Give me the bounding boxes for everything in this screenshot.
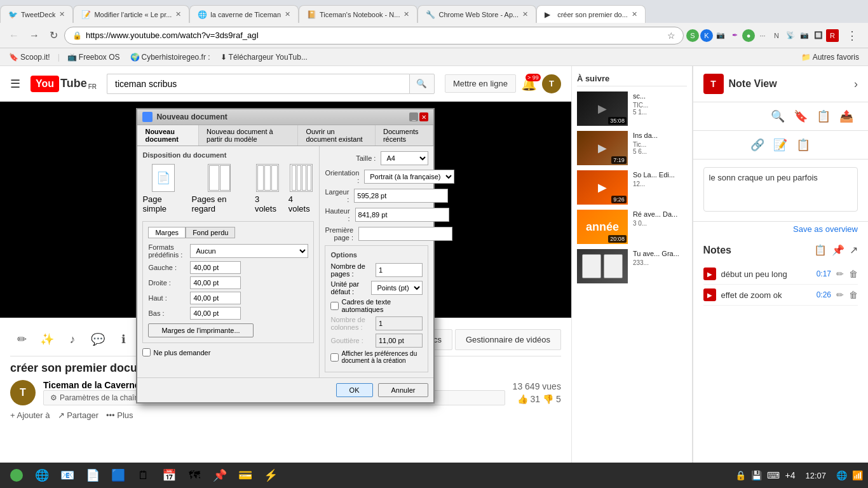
- partager-button[interactable]: ↗ Partager: [58, 410, 98, 420]
- page-type-4volets[interactable]: 4 volets: [288, 164, 315, 214]
- bookmark-autres[interactable]: 📁 Autres favoris: [797, 51, 863, 63]
- tab-close-tweetdeck[interactable]: ✕: [59, 10, 65, 18]
- dialog-tab-open[interactable]: Ouvrir un document existant: [298, 125, 376, 146]
- note-tool-3[interactable]: 📋: [792, 133, 815, 156]
- address-text[interactable]: https://www.youtube.com/watch?v=3ds9raf_…: [86, 30, 663, 40]
- note-item-time-0[interactable]: 0:17: [817, 269, 831, 278]
- ext-2[interactable]: K: [700, 29, 713, 42]
- gestionnaire-button[interactable]: Gestionnaire de vidéos: [455, 329, 561, 350]
- dialog-minimize-button[interactable]: _: [409, 112, 418, 121]
- taskbar-docs-button[interactable]: 📄: [81, 464, 104, 487]
- chrome-menu-button[interactable]: ⋮: [841, 26, 863, 45]
- taskbar-wallet-button[interactable]: 💳: [234, 464, 257, 487]
- largeur-input[interactable]: [354, 189, 448, 203]
- youtube-search-button[interactable]: 🔍: [409, 74, 435, 94]
- ext-4[interactable]: ✒: [728, 29, 741, 42]
- haut-input[interactable]: [190, 292, 241, 304]
- ne-plus-demander-checkbox[interactable]: [142, 348, 151, 356]
- dialog-tab-recent[interactable]: Documents récents: [376, 125, 434, 146]
- ext-3[interactable]: 📷: [714, 29, 727, 42]
- ext-5[interactable]: ●: [742, 29, 755, 42]
- tab-close-webstore[interactable]: ✕: [522, 10, 528, 18]
- ext-10[interactable]: 🔲: [812, 29, 825, 42]
- tab-close-creer[interactable]: ✕: [632, 10, 637, 18]
- music-icon[interactable]: ♪: [61, 328, 84, 351]
- suggested-item-1[interactable]: ▶ 7:19 Ins da... Tic... 5 6...: [577, 131, 687, 165]
- note-search-tool[interactable]: 🔍: [766, 105, 789, 128]
- taskbar-calendar-button[interactable]: 📅: [158, 464, 180, 487]
- margin-tab-fond[interactable]: Fond perdu: [186, 227, 235, 238]
- bas-input[interactable]: [190, 307, 241, 320]
- ext-7[interactable]: N: [770, 29, 783, 42]
- ext-1[interactable]: S: [686, 29, 699, 42]
- suggested-item-0[interactable]: ▶ 35:08 sc... TIC... 5 1...: [577, 92, 687, 126]
- note-bookmark-tool[interactable]: 🔖: [789, 105, 812, 128]
- thumbs-down-icon[interactable]: 👎: [543, 394, 553, 404]
- note-expand-button[interactable]: ›: [854, 78, 858, 91]
- tab-creer[interactable]: ▶ créer son premier do... ✕: [536, 5, 646, 23]
- note-tool-2[interactable]: 📝: [769, 133, 792, 156]
- dialog-tab-new[interactable]: Nouveau document: [137, 125, 199, 146]
- video-player[interactable]: Nouveau document _ ✕ Nouveau document No…: [0, 102, 571, 318]
- magic-icon[interactable]: ✨: [36, 328, 58, 351]
- taskbar-keep-button[interactable]: 📌: [208, 464, 231, 487]
- hauteur-input[interactable]: [355, 208, 449, 222]
- tab-close-modifier[interactable]: ✕: [175, 10, 181, 18]
- notes-pin-icon[interactable]: 📌: [832, 244, 844, 256]
- taskbar-onenote-button[interactable]: 🗒: [132, 464, 155, 487]
- save-as-overview-button[interactable]: Save as overview: [693, 222, 868, 236]
- forward-button[interactable]: →: [25, 27, 43, 44]
- notes-share-icon[interactable]: ↗: [850, 244, 858, 256]
- note-item-delete-0[interactable]: 🗑: [849, 269, 858, 279]
- ok-button[interactable]: OK: [336, 383, 373, 397]
- taskbar-maps-button[interactable]: 🗺: [183, 464, 206, 487]
- taskbar-drive-button[interactable]: 🟦: [107, 464, 130, 487]
- nb-pages-input[interactable]: [376, 263, 423, 277]
- suggested-item-3[interactable]: année 20:08 Ré ave... Da... 3 0...: [577, 210, 687, 244]
- notification-bell[interactable]: 🔔> 99: [521, 76, 537, 92]
- back-button[interactable]: ←: [5, 27, 23, 44]
- youtube-menu-icon[interactable]: ☰: [10, 77, 20, 91]
- dialog-tab-template[interactable]: Nouveau document à partir du modèle: [199, 125, 298, 146]
- ext-6[interactable]: ···: [756, 29, 769, 42]
- note-clipboard-tool[interactable]: 📋: [812, 105, 835, 128]
- suggested-item-4[interactable]: Tu ave... Gra... 233...: [577, 249, 687, 283]
- ext-9[interactable]: 📷: [798, 29, 811, 42]
- comment-icon[interactable]: 💬: [86, 328, 109, 351]
- taille-select[interactable]: A4: [381, 151, 428, 165]
- ext-8[interactable]: 📡: [784, 29, 797, 42]
- tab-caverne[interactable]: 🌐 la caverne de Ticeman ✕: [189, 5, 299, 23]
- taskbar-apps-button[interactable]: ⚡: [259, 464, 282, 487]
- note-textarea[interactable]: le sonn craque un peu parfois: [703, 167, 858, 212]
- cadres-auto-checkbox[interactable]: [330, 302, 339, 310]
- orientation-select[interactable]: Portrait (à la française): [364, 170, 454, 184]
- note-item-delete-1[interactable]: 🗑: [849, 290, 858, 300]
- note-item-edit-0[interactable]: ✏: [836, 269, 844, 279]
- ajouter-button[interactable]: + Ajouter à: [10, 410, 50, 420]
- afficher-prefs-checkbox[interactable]: [330, 353, 339, 362]
- unite-select[interactable]: Points (pt): [371, 281, 423, 295]
- youtube-search-input[interactable]: [107, 74, 409, 94]
- gouttiere-input[interactable]: [376, 334, 423, 348]
- note-item-time-1[interactable]: 0:26: [817, 290, 831, 299]
- marges-imprimante-button[interactable]: Marges de l'imprimante...: [148, 323, 253, 337]
- taskbar-start-button[interactable]: [5, 464, 28, 487]
- margin-tab-marges[interactable]: Marges: [148, 227, 186, 238]
- note-item-edit-1[interactable]: ✏: [836, 290, 844, 300]
- tab-tweetdeck[interactable]: 🐦 TweetDeck ✕: [0, 5, 73, 23]
- taskbar-chrome-button[interactable]: 🌐: [31, 464, 53, 487]
- plus-button[interactable]: ••• Plus: [106, 410, 133, 420]
- channel-avatar[interactable]: T: [10, 380, 36, 405]
- bookmark-cyberhistoire[interactable]: 🌍 Cyberhistoiregeo.fr :: [126, 51, 214, 63]
- nb-colonnes-input[interactable]: [376, 316, 423, 330]
- thumbs-up-icon[interactable]: 👍: [517, 394, 528, 404]
- tab-modifier[interactable]: 📝 Modifier l'article « Le pr... ✕: [73, 5, 189, 23]
- page-type-3volets[interactable]: 3 volets: [255, 164, 281, 214]
- tab-notebook[interactable]: 📔 Ticeman's Notebook - N... ✕: [299, 5, 417, 23]
- tab-close-caverne[interactable]: ✕: [285, 10, 290, 18]
- bookmark-telechargeur[interactable]: ⬇ Téléchargeur YouTub...: [217, 51, 311, 63]
- page-type-regard[interactable]: Pages en regard: [192, 164, 247, 214]
- annuler-button[interactable]: Annuler: [378, 383, 429, 397]
- tab-close-notebook[interactable]: ✕: [403, 10, 409, 18]
- note-share-tool[interactable]: 📤: [835, 105, 858, 128]
